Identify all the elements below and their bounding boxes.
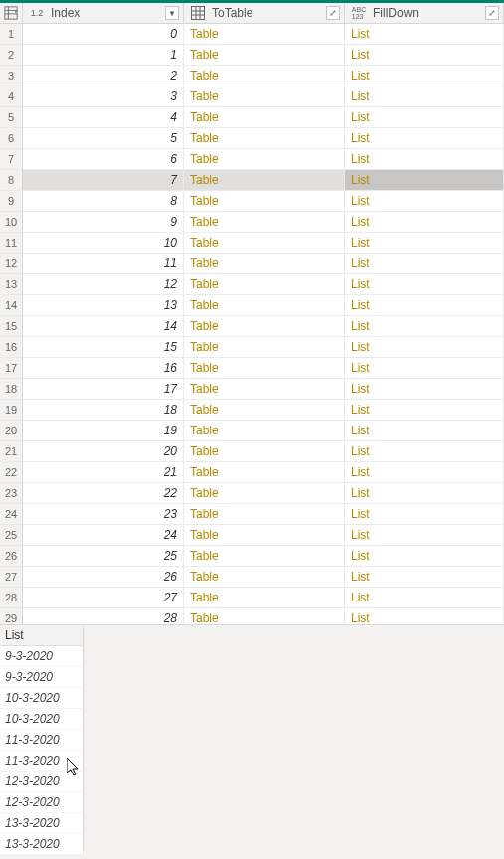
cell-filldown[interactable]: List	[345, 128, 504, 149]
cell-index[interactable]: 6	[23, 149, 184, 170]
list-item[interactable]: 11-3-2020	[0, 730, 84, 751]
cell-totable[interactable]: Table	[184, 400, 345, 421]
filter-dropdown-icon[interactable]: ▼	[165, 6, 179, 20]
cell-totable[interactable]: Table	[184, 45, 345, 66]
cell-index[interactable]: 20	[23, 441, 184, 462]
row-number[interactable]: 5	[0, 107, 23, 128]
cell-totable[interactable]: Table	[184, 274, 345, 295]
cell-filldown[interactable]: List	[345, 45, 504, 66]
cell-index[interactable]: 14	[23, 316, 184, 337]
cell-index[interactable]: 24	[23, 525, 184, 546]
cell-filldown[interactable]: List	[345, 525, 504, 546]
cell-index[interactable]: 13	[23, 295, 184, 316]
list-item[interactable]: 12-3-2020	[0, 792, 84, 813]
row-number[interactable]: 21	[0, 441, 23, 462]
cell-filldown[interactable]: List	[345, 337, 504, 358]
row-number[interactable]: 16	[0, 337, 23, 358]
cell-filldown[interactable]: List	[345, 608, 504, 624]
cell-totable[interactable]: Table	[184, 525, 345, 546]
cell-totable[interactable]: Table	[184, 107, 345, 128]
cell-filldown[interactable]: List	[345, 316, 504, 337]
row-number[interactable]: 18	[0, 379, 23, 400]
row-number[interactable]: 22	[0, 462, 23, 483]
list-item[interactable]: 9-3-2020	[0, 667, 84, 688]
cell-totable[interactable]: Table	[184, 567, 345, 588]
expand-column-icon[interactable]: ⤢	[485, 6, 499, 20]
list-item[interactable]: 10-3-2020	[0, 688, 84, 709]
cell-filldown[interactable]: List	[345, 24, 504, 45]
cell-index[interactable]: 18	[23, 400, 184, 421]
cell-totable[interactable]: Table	[184, 66, 345, 86]
cell-totable[interactable]: Table	[184, 149, 345, 170]
cell-filldown[interactable]: List	[345, 274, 504, 295]
list-item[interactable]: 13-3-2020	[0, 813, 84, 834]
row-number[interactable]: 9	[0, 191, 23, 212]
cell-totable[interactable]: Table	[184, 24, 345, 45]
row-number[interactable]: 13	[0, 274, 23, 295]
cell-index[interactable]: 10	[23, 233, 184, 254]
cell-index[interactable]: 16	[23, 358, 184, 379]
cell-filldown[interactable]: List	[345, 191, 504, 212]
cell-filldown[interactable]: List	[345, 504, 504, 525]
row-number[interactable]: 14	[0, 295, 23, 316]
row-number[interactable]: 7	[0, 149, 23, 170]
cell-filldown[interactable]: List	[345, 546, 504, 567]
cell-index[interactable]: 9	[23, 212, 184, 233]
row-number[interactable]: 28	[0, 588, 23, 608]
row-number[interactable]: 26	[0, 546, 23, 567]
cell-totable[interactable]: Table	[184, 254, 345, 274]
cell-totable[interactable]: Table	[184, 504, 345, 525]
cell-index[interactable]: 1	[23, 45, 184, 66]
row-number[interactable]: 24	[0, 504, 23, 525]
cell-filldown[interactable]: List	[345, 86, 504, 107]
cell-index[interactable]: 3	[23, 86, 184, 107]
row-number[interactable]: 3	[0, 66, 23, 86]
list-item[interactable]: 13-3-2020	[0, 834, 84, 855]
column-header-index[interactable]: 1.2 Index ▼	[23, 3, 184, 24]
list-item[interactable]: 11-3-2020	[0, 751, 84, 772]
cell-index[interactable]: 28	[23, 608, 184, 624]
row-number[interactable]: 25	[0, 525, 23, 546]
list-item[interactable]: 10-3-2020	[0, 709, 84, 730]
cell-totable[interactable]: Table	[184, 337, 345, 358]
row-number[interactable]: 19	[0, 400, 23, 421]
cell-filldown[interactable]: List	[345, 233, 504, 254]
cell-filldown[interactable]: List	[345, 107, 504, 128]
cell-totable[interactable]: Table	[184, 608, 345, 624]
cell-index[interactable]: 19	[23, 421, 184, 441]
cell-totable[interactable]: Table	[184, 295, 345, 316]
row-number[interactable]: 4	[0, 86, 23, 107]
cell-totable[interactable]: Table	[184, 483, 345, 504]
row-number[interactable]: 29	[0, 608, 23, 624]
cell-index[interactable]: 12	[23, 274, 184, 295]
cell-totable[interactable]: Table	[184, 421, 345, 441]
cell-totable[interactable]: Table	[184, 379, 345, 400]
row-number[interactable]: 11	[0, 233, 23, 254]
cell-filldown[interactable]: List	[345, 254, 504, 274]
cell-totable[interactable]: Table	[184, 316, 345, 337]
row-number[interactable]: 12	[0, 254, 23, 274]
cell-index[interactable]: 2	[23, 66, 184, 86]
row-number[interactable]: 8	[0, 170, 23, 191]
cell-index[interactable]: 7	[23, 170, 184, 191]
cell-totable[interactable]: Table	[184, 358, 345, 379]
column-header-filldown[interactable]: ABC123 FillDown ⤢	[345, 3, 504, 24]
row-number[interactable]: 23	[0, 483, 23, 504]
cell-filldown[interactable]: List	[345, 400, 504, 421]
cell-totable[interactable]: Table	[184, 588, 345, 608]
row-number[interactable]: 15	[0, 316, 23, 337]
cell-filldown[interactable]: List	[345, 588, 504, 608]
cell-filldown[interactable]: List	[345, 66, 504, 86]
cell-filldown[interactable]: List	[345, 170, 504, 191]
cell-index[interactable]: 21	[23, 462, 184, 483]
row-number[interactable]: 10	[0, 212, 23, 233]
cell-index[interactable]: 0	[23, 24, 184, 45]
cell-filldown[interactable]: List	[345, 567, 504, 588]
cell-totable[interactable]: Table	[184, 86, 345, 107]
row-number[interactable]: 27	[0, 567, 23, 588]
cell-filldown[interactable]: List	[345, 295, 504, 316]
row-number[interactable]: 1	[0, 24, 23, 45]
list-item[interactable]: 12-3-2020	[0, 772, 84, 792]
cell-totable[interactable]: Table	[184, 212, 345, 233]
cell-totable[interactable]: Table	[184, 170, 345, 191]
